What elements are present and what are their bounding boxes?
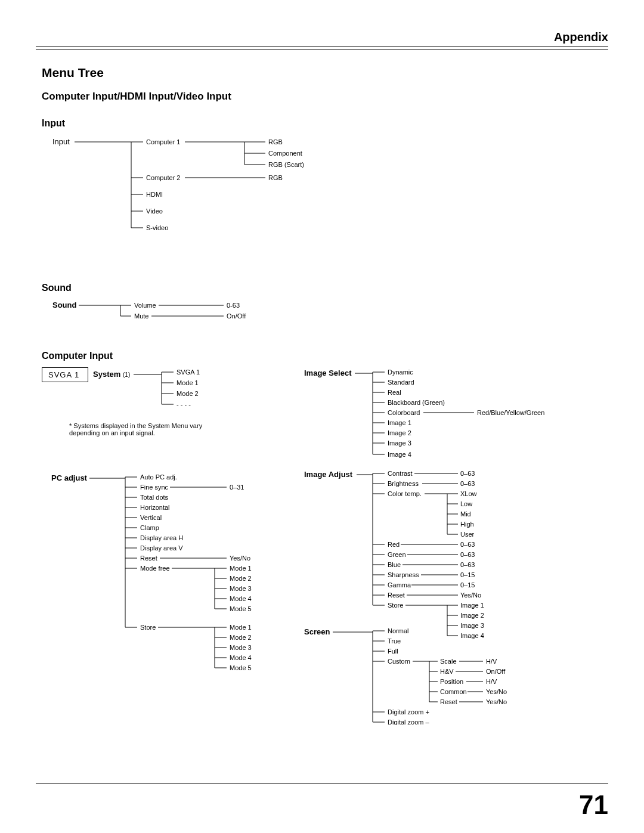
- comp2: Computer 2: [146, 174, 180, 181]
- is-colorboard: Colorboard: [388, 409, 420, 416]
- pc-auto: Auto PC adj.: [140, 473, 177, 481]
- content: Menu Tree Computer Input/HDMI Input/Vide…: [42, 66, 608, 725]
- comp1-rgb: RGB: [268, 138, 283, 145]
- sc-hv: H&V: [440, 668, 454, 675]
- sc-dzm: Digital zoom –: [388, 719, 430, 725]
- pc-st2: Mode 2: [230, 634, 252, 641]
- comp1: Computer 1: [146, 138, 180, 145]
- comp1-rgb-scart: RGB (Scart): [268, 161, 304, 168]
- pc-mf4: Mode 4: [230, 595, 252, 602]
- ia-brightness: Brightness: [388, 480, 419, 487]
- section-computer-input: Computer Input: [42, 351, 608, 361]
- pc-vertical: Vertical: [140, 514, 162, 521]
- sys-svga1: SVGA 1: [177, 368, 200, 376]
- comp2-rgb: RGB: [268, 174, 283, 181]
- ia-gamma: Gamma: [388, 581, 411, 589]
- ia-mid: Mid: [460, 510, 471, 518]
- ia-st-i2: Image 2: [460, 612, 484, 619]
- ia-reset: Reset: [388, 592, 405, 599]
- pc-display-v: Display area V: [140, 544, 183, 552]
- is-real: Real: [388, 389, 401, 396]
- sc-common: Common: [440, 688, 467, 695]
- ia-high: High: [460, 521, 474, 528]
- sound-root: Sound: [52, 301, 76, 309]
- imgsel-root: Image Select: [304, 368, 352, 377]
- is-image4: Image 4: [388, 451, 411, 458]
- sys-dots: - - - -: [177, 401, 191, 408]
- sc-common-v: Yes/No: [486, 688, 507, 695]
- pc-reset: Reset: [140, 555, 157, 562]
- pc-modefree: Mode free: [140, 565, 170, 572]
- ia-xlow: XLow: [460, 490, 477, 497]
- ia-gamma-r: 0–15: [460, 581, 475, 589]
- screen-root: Screen: [304, 627, 330, 636]
- ia-sharpness: Sharpness: [388, 571, 419, 578]
- system-label-sub: (1): [123, 371, 130, 378]
- pc-clamp: Clamp: [140, 524, 159, 531]
- pc-finesync-r: 0–31: [230, 484, 244, 491]
- ia-red-r: 0–63: [460, 541, 475, 548]
- is-image3: Image 3: [388, 439, 411, 447]
- pc-display-h: Display area H: [140, 534, 183, 541]
- volume-range: 0-63: [227, 302, 240, 309]
- section-input: Input: [42, 118, 608, 129]
- sc-full: Full: [388, 648, 398, 655]
- header-appendix: Appendix: [554, 30, 608, 44]
- is-colorboard-opts: Red/Blue/Yellow/Green: [477, 409, 544, 416]
- sc-scale-v: H/V: [486, 658, 497, 665]
- ia-sharpness-r: 0–15: [460, 571, 475, 578]
- pc-totaldots: Total dots: [140, 494, 169, 501]
- svga-box: SVGA 1: [42, 367, 88, 382]
- pc-store: Store: [140, 624, 156, 631]
- system-note: * Systems displayed in the System Menu v…: [69, 422, 224, 436]
- system-label: System: [93, 370, 120, 379]
- sound-tree: Sound Volume 0-63 Mute On/Off: [42, 299, 608, 329]
- footer-rule: [36, 784, 608, 784]
- sys-mode2: Mode 2: [177, 390, 199, 397]
- ia-red: Red: [388, 541, 400, 548]
- ia-blue: Blue: [388, 561, 401, 568]
- pc-mf5: Mode 5: [230, 605, 252, 612]
- subtitle: Computer Input/HDMI Input/Video Input: [42, 91, 608, 103]
- pc-finesync: Fine sync: [140, 484, 169, 491]
- ia-root: Image Adjust: [304, 470, 353, 479]
- ia-st-i1: Image 1: [460, 602, 484, 609]
- ia-store: Store: [388, 602, 403, 609]
- sys-mode1: Mode 1: [177, 379, 199, 386]
- pc-mf2: Mode 2: [230, 575, 252, 582]
- ia-user: User: [460, 531, 475, 538]
- page-number: 71: [579, 790, 608, 820]
- ia-reset-r: Yes/No: [460, 592, 481, 599]
- sc-reset: Reset: [440, 698, 457, 705]
- header-rule: [36, 47, 608, 49]
- pc-root: PC adjust: [51, 473, 88, 482]
- page: Appendix Menu Tree Computer Input/HDMI I…: [0, 0, 644, 833]
- is-blackboard: Blackboard (Green): [388, 399, 445, 406]
- ia-blue-r: 0–63: [460, 561, 475, 568]
- sc-hv-v: On/Off: [486, 668, 506, 675]
- pc-st1: Mode 1: [230, 624, 252, 631]
- section-sound: Sound: [42, 283, 608, 293]
- input-root: Input: [52, 137, 70, 146]
- sc-position: Position: [440, 678, 463, 685]
- is-standard: Standard: [388, 379, 414, 386]
- title-menu-tree: Menu Tree: [42, 66, 608, 80]
- ia-contrast: Contrast: [388, 470, 413, 477]
- video: Video: [146, 208, 163, 215]
- is-image2: Image 2: [388, 429, 411, 436]
- mute-val: On/Off: [227, 312, 246, 320]
- pc-mf3: Mode 3: [230, 585, 252, 592]
- mute: Mute: [134, 312, 148, 320]
- ia-contrast-r: 0–63: [460, 470, 475, 477]
- sc-reset-v: Yes/No: [486, 698, 507, 705]
- sc-scale: Scale: [440, 658, 457, 665]
- pc-st3: Mode 3: [230, 644, 252, 651]
- ia-low: Low: [460, 500, 472, 507]
- pc-horizontal: Horizontal: [140, 504, 170, 511]
- ia-st-i4: Image 4: [460, 632, 484, 639]
- pc-st4: Mode 4: [230, 654, 252, 661]
- svideo: S-video: [146, 224, 168, 231]
- hdmi: HDMI: [146, 191, 163, 198]
- is-image1: Image 1: [388, 419, 411, 426]
- ia-green-r: 0–63: [460, 551, 475, 558]
